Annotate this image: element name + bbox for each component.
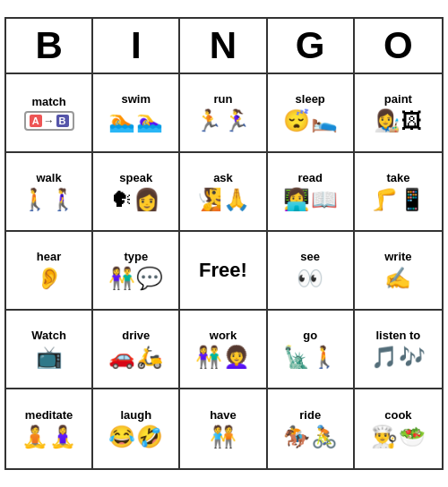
- cell-emoji-row: 👩‍💻📖: [283, 187, 338, 212]
- cell-emoji-row: 📺: [36, 345, 63, 370]
- bingo-cell-10: hear👂: [6, 232, 93, 311]
- bingo-cell-15: Watch📺: [6, 311, 93, 389]
- bingo-letter-i: I: [93, 19, 180, 73]
- cell-emoji-row: 🚗🛵: [108, 345, 163, 370]
- cell-emoji: 👫: [108, 266, 135, 291]
- bingo-cell-8: read👩‍💻📖: [268, 153, 355, 232]
- match-label: match: [31, 95, 65, 109]
- cell-emoji: 🤣: [136, 424, 163, 449]
- bingo-cell-7: ask🧏🙏: [180, 153, 267, 232]
- bingo-cell-9: take🦵📱: [355, 153, 442, 232]
- cell-emoji: 🦵: [371, 187, 398, 212]
- cell-label: hear: [37, 250, 61, 264]
- cell-emoji-row: 👫👩‍🦱: [195, 345, 250, 370]
- cell-label: laugh: [120, 408, 151, 423]
- cell-emoji-row: 👂: [36, 266, 63, 291]
- cell-emoji: 👨‍🍳: [371, 424, 398, 449]
- cell-emoji: 😴: [283, 108, 310, 133]
- cell-emoji: 🏃: [195, 108, 222, 133]
- cell-label: type: [124, 250, 148, 264]
- bingo-cell-6: speak🗣👩: [93, 153, 180, 232]
- cell-emoji: 🗣: [111, 187, 133, 212]
- cell-emoji-row: 👫💬: [108, 266, 163, 291]
- cell-label: sleep: [296, 92, 325, 107]
- cell-emoji-row: 🗣👩: [111, 187, 160, 212]
- bingo-cell-5: walk🚶🚶‍♀️: [6, 153, 93, 232]
- cell-label: see: [300, 250, 320, 264]
- bingo-cell-22: have🧑‍🤝‍🧑: [180, 389, 267, 468]
- bingo-cell-12: Free!: [180, 232, 267, 311]
- bingo-cell-24: cook👨‍🍳🥗: [355, 389, 442, 468]
- bingo-card: BINGO matchA→Bswim🏊🏊‍♀️run🏃🏃‍♀️sleep😴🛌pa…: [4, 17, 444, 470]
- bingo-cell-19: listen to🎵🎶: [355, 311, 442, 389]
- cell-emoji-row: 🗽🚶: [283, 345, 338, 370]
- cell-label: walk: [37, 171, 62, 185]
- cell-emoji-row: 🎵🎶: [371, 345, 426, 370]
- bingo-letter-o: O: [355, 19, 442, 73]
- bingo-cell-3: sleep😴🛌: [268, 74, 355, 153]
- cell-emoji-row: 👨‍🍳🥗: [371, 424, 426, 449]
- cell-emoji: 👀: [297, 266, 323, 291]
- cell-emoji: 👩‍🦱: [223, 345, 250, 370]
- cell-label: ride: [299, 408, 321, 423]
- cell-emoji: 🛵: [136, 345, 163, 370]
- cell-label: ask: [213, 171, 233, 185]
- cell-emoji: 🥗: [399, 424, 426, 449]
- cell-emoji: ✍️: [384, 266, 411, 291]
- cell-label: paint: [384, 92, 412, 107]
- bingo-cell-11: type👫💬: [93, 232, 180, 311]
- cell-emoji-row: 🏊🏊‍♀️: [108, 108, 163, 133]
- cell-label: work: [210, 329, 237, 343]
- bingo-cell-1: swim🏊🏊‍♀️: [93, 74, 180, 153]
- cell-emoji: 📺: [36, 345, 63, 370]
- cell-emoji: 👫: [195, 345, 222, 370]
- cell-label: have: [210, 408, 237, 423]
- cell-label: swim: [122, 92, 151, 107]
- cell-label: cook: [384, 408, 411, 423]
- cell-label: take: [386, 171, 409, 185]
- bingo-cell-23: ride🏇🚴: [268, 389, 355, 468]
- cell-emoji: 🚶‍♀️: [49, 187, 76, 212]
- cell-emoji: 🖼: [401, 108, 423, 133]
- cell-emoji-row: 😴🛌: [283, 108, 338, 133]
- cell-emoji-row: 🧑‍🤝‍🧑: [210, 424, 237, 449]
- cell-label: speak: [119, 171, 152, 185]
- bingo-cell-0: matchA→B: [6, 74, 93, 153]
- cell-emoji: 😂: [108, 424, 135, 449]
- bingo-grid: matchA→Bswim🏊🏊‍♀️run🏃🏃‍♀️sleep😴🛌paint👩‍🎨…: [6, 74, 442, 468]
- bingo-cell-17: work👫👩‍🦱: [180, 311, 267, 389]
- cell-emoji: 👩: [134, 187, 160, 212]
- free-label: Free!: [199, 259, 247, 282]
- cell-emoji: 🧘‍♀️: [49, 424, 76, 449]
- cell-emoji: 👩‍💻: [283, 187, 310, 212]
- cell-emoji: 🚶: [22, 187, 48, 212]
- bingo-cell-18: go🗽🚶: [268, 311, 355, 389]
- bingo-letter-n: N: [180, 19, 267, 73]
- cell-label: read: [297, 171, 322, 185]
- match-box: A→B: [24, 111, 74, 131]
- bingo-header: BINGO: [6, 19, 442, 74]
- cell-emoji: 📱: [399, 187, 426, 212]
- cell-emoji: 🚶: [311, 345, 338, 370]
- bingo-cell-2: run🏃🏃‍♀️: [180, 74, 267, 153]
- cell-emoji: 🏃‍♀️: [223, 108, 250, 133]
- cell-emoji-row: 🏇🚴: [283, 424, 338, 449]
- cell-emoji: 🏊: [108, 108, 135, 133]
- cell-label: go: [303, 329, 317, 343]
- cell-emoji-row: ✍️: [384, 266, 411, 291]
- cell-emoji: 🧑‍🤝‍🧑: [210, 424, 237, 449]
- cell-label: write: [384, 250, 411, 264]
- bingo-cell-4: paint👩‍🎨🖼: [355, 74, 442, 153]
- cell-emoji: 👩‍🎨: [374, 108, 401, 133]
- cell-emoji-row: 😂🤣: [108, 424, 163, 449]
- cell-emoji: 🚴: [311, 424, 338, 449]
- cell-label: meditate: [25, 408, 73, 423]
- cell-emoji-row: 🧏🙏: [195, 187, 250, 212]
- cell-emoji: 🧏: [195, 187, 222, 212]
- cell-emoji: 🏇: [283, 424, 310, 449]
- cell-label: run: [214, 92, 233, 107]
- cell-label: listen to: [375, 329, 420, 343]
- cell-label: Watch: [31, 329, 66, 343]
- cell-emoji-row: 👩‍🎨🖼: [374, 108, 423, 133]
- bingo-cell-20: meditate🧘🧘‍♀️: [6, 389, 93, 468]
